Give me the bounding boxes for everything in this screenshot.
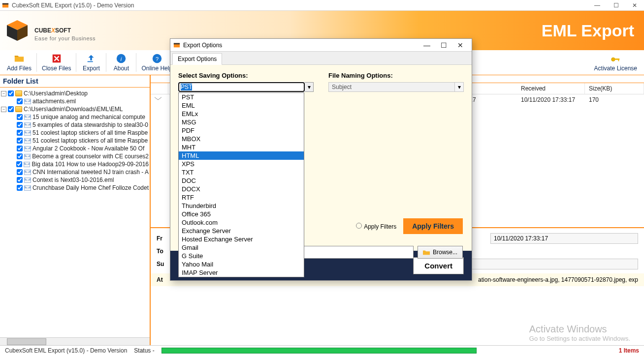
mail-icon [24,130,31,136]
tree-checkbox[interactable] [8,106,14,112]
status-item-count: 1 Items [619,347,639,354]
brand-tagline: Ease for your Business [34,36,96,41]
tree-checkbox[interactable] [17,177,23,183]
window-close-button[interactable]: ✕ [631,2,638,9]
collapse-icon[interactable]: − [1,107,6,112]
tree-checkbox[interactable] [17,146,23,151]
column-received[interactable]: Received [517,83,585,94]
svg-text:?: ? [156,56,159,62]
about-button[interactable]: i About [107,50,135,75]
dropdown-option[interactable]: MSG [179,118,304,126]
window-minimize-button[interactable]: — [594,2,601,9]
folder-icon [15,106,22,112]
column-size[interactable]: Size(KB) [585,83,644,94]
app-icon [173,42,180,49]
tree-file-node[interactable]: Become a great counselor with CE courses… [10,152,149,160]
tree-folder-node[interactable]: −C:\Users\admin\Downloads\EML\EML [1,105,149,113]
dropdown-option[interactable]: Outlook.com [179,218,304,227]
apply-filters-button[interactable]: Apply Filters [403,218,463,234]
folder-list-title: Folder List [0,75,150,88]
dropdown-option[interactable]: Hosted Exchange Server [179,235,304,243]
saving-options-input[interactable] [178,82,305,92]
dialog-titlebar: Export Options — ☐ ✕ [170,39,472,52]
tree-label: Context is Next03-10-2016.eml [32,177,114,183]
tab-export-options[interactable]: Export Options [172,53,222,65]
tree-file-node[interactable]: Context is Next03-10-2016.eml [10,176,149,184]
mail-icon [24,162,30,167]
tree-checkbox[interactable] [17,114,23,120]
tree-file-node[interactable]: CNN International tweeted NJ train crash… [10,168,149,176]
dialog-title: Export Options [183,42,222,49]
tree-file-node[interactable]: 51 coolest laptop stickers of all time R… [10,137,149,145]
tree-label: CNN International tweeted NJ train crash… [32,169,149,176]
dropdown-option[interactable]: HTML [179,151,304,160]
folder-list-pane: Folder List −C:\Users\admin\Desktopattac… [0,75,151,345]
dropdown-option[interactable]: IMAP Server [179,268,304,277]
app-icon [2,2,9,9]
tree-file-node[interactable]: 51 coolest laptop stickers of all time R… [10,129,149,137]
activate-license-button[interactable]: Activate License [590,52,641,73]
dropdown-option[interactable]: Thunderbird [179,202,304,210]
apply-filters-radio[interactable]: Apply Filters [356,223,396,230]
chevron-down-icon[interactable]: ▾ [455,82,464,92]
tree-file-node[interactable]: Angular 2 Cookbook - Now Available 50 Of [10,145,149,152]
tree-checkbox[interactable] [17,138,23,144]
dropdown-option[interactable]: PDF [179,126,304,135]
tree-checkbox[interactable] [17,185,23,191]
dropdown-option[interactable]: G Suite [179,252,304,260]
dropdown-option[interactable]: DOC [179,177,304,185]
folder-tree[interactable]: −C:\Users\admin\Desktopattachments.eml−C… [0,88,150,337]
add-files-button[interactable]: Add Files [3,50,35,75]
tree-label: 5 examples of data stewardship to steal3… [32,121,148,128]
tree-checkbox[interactable] [17,153,23,159]
tree-file-node[interactable]: Crunchbase Daily Home Chef Folloze Codet [10,184,149,192]
tree-file-node[interactable]: 5 examples of data stewardship to steal3… [10,121,149,129]
file-naming-combo[interactable]: Subject ▾ [328,82,464,92]
column-icon[interactable] [151,83,168,94]
dropdown-option[interactable]: Gmail [179,243,304,252]
dropdown-option[interactable]: EML [179,101,304,110]
dropdown-option[interactable]: XPS [179,160,304,168]
dropdown-option[interactable]: TXT [179,168,304,177]
window-maximize-button[interactable]: ☐ [612,2,619,9]
convert-button[interactable]: Convert [413,257,464,274]
dialog-close-button[interactable]: ✕ [452,41,469,49]
dialog-minimize-button[interactable]: — [419,41,435,49]
dialog-maximize-button[interactable]: ☐ [435,41,452,49]
dropdown-option[interactable]: EMLx [179,110,304,118]
tree-checkbox[interactable] [17,98,23,104]
help-icon: ? [152,53,162,64]
mail-icon [24,122,31,128]
dropdown-option[interactable]: Exchange Server [179,227,304,235]
tree-file-node[interactable]: attachments.eml [10,97,149,105]
dropdown-option[interactable]: Office 365 [179,210,304,218]
tree-checkbox[interactable] [17,122,23,128]
collapse-icon[interactable]: − [1,91,6,96]
dropdown-option[interactable]: DOCX [179,185,304,193]
tree-checkbox[interactable] [8,90,14,96]
close-files-button[interactable]: Close Files [38,50,75,75]
dropdown-option[interactable]: RTF [179,193,304,202]
tree-checkbox[interactable] [17,130,23,136]
saving-options-dropdown-list[interactable]: PSTEMLEMLxMSGPDFMBOXMHTHTMLXPSTXTDOCDOCX… [178,92,304,277]
dropdown-option[interactable]: Yahoo Mail [179,260,304,268]
cell-received: 10/11/2020 17:33:17 [517,94,585,107]
saving-options-combo[interactable]: ▾ [178,82,314,92]
chevron-down-icon[interactable]: ▾ [305,82,314,92]
info-icon: i [116,53,127,64]
tree-file-node[interactable]: Big data 101 How to use Hadoop29-09-2016 [10,160,149,168]
export-button[interactable]: Export [77,50,105,75]
tree-checkbox[interactable] [17,169,23,175]
dropdown-option[interactable]: PST [179,93,304,101]
dropdown-option[interactable]: MHT [179,143,304,151]
browse-button[interactable]: Browse... [418,246,463,259]
tree-checkbox[interactable] [16,161,22,167]
cell-size: 170 [585,94,644,107]
dialog-tabstrip: Export Options [170,52,472,65]
dropdown-option[interactable]: MBOX [179,135,304,143]
horizontal-scrollbar[interactable] [0,337,150,345]
windows-activation-watermark: Activate Windows Go to Settings to activ… [529,324,630,342]
detail-date-value: 10/11/2020 17:33:17 [490,233,638,244]
tree-folder-node[interactable]: −C:\Users\admin\Desktop [1,89,149,97]
tree-file-node[interactable]: 15 unique analog and mechanical compute [10,113,149,121]
